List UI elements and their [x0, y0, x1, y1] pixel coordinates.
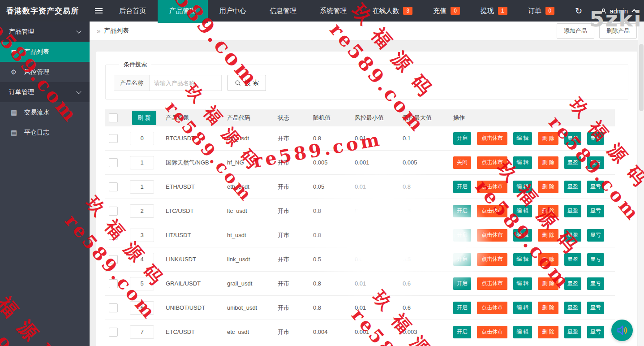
show-profit-button[interactable]: 显盈 [564, 205, 581, 217]
delete-button[interactable]: 删 除 [538, 326, 558, 338]
toggle-market-button[interactable]: 开启 [453, 253, 471, 266]
edit-button[interactable]: 编 辑 [513, 229, 532, 242]
show-loss-button[interactable]: 显亏 [587, 326, 604, 338]
show-profit-button[interactable]: 显盈 [564, 326, 581, 338]
halt-market-button[interactable]: 点击休市 [477, 181, 507, 193]
risk-max-value: 0.003 [403, 329, 453, 335]
row-checkbox[interactable] [109, 231, 118, 240]
halt-market-button[interactable]: 点击休市 [477, 277, 507, 290]
show-profit-button[interactable]: 显盈 [564, 302, 581, 314]
toggle-market-button[interactable]: 开启 [453, 229, 471, 242]
edit-button[interactable]: 编 辑 [513, 156, 532, 169]
product-title: BTC/USDT [166, 135, 227, 142]
withdraw-stat[interactable]: 提现 1 [481, 7, 507, 15]
row-checkbox[interactable] [109, 134, 118, 143]
scrollbar[interactable] [638, 22, 644, 346]
delete-button[interactable]: 删 除 [538, 229, 558, 242]
table-refresh-button[interactable]: 刷 新 [132, 111, 156, 125]
show-profit-button[interactable]: 显盈 [564, 277, 581, 290]
toggle-market-button[interactable]: 开启 [453, 132, 471, 145]
toggle-market-button[interactable]: 开启 [453, 181, 471, 193]
sort-order-input[interactable] [130, 132, 154, 145]
search-button[interactable]: 搜 索 [228, 75, 266, 91]
halt-market-button[interactable]: 点击休市 [477, 253, 507, 266]
show-profit-button[interactable]: 显盈 [564, 181, 581, 193]
show-profit-button[interactable]: 显盈 [564, 156, 581, 169]
show-loss-button[interactable]: 显亏 [587, 205, 604, 217]
sidebar-item-close-log[interactable]: ▤ 平仓日志 [0, 122, 90, 143]
sort-order-input[interactable] [130, 277, 154, 290]
edit-button[interactable]: 编 辑 [513, 181, 532, 193]
sort-order-input[interactable] [130, 301, 154, 315]
sidebar-item-trade-flow[interactable]: ▤ 交易流水 [0, 102, 90, 122]
add-product-button[interactable]: 添加产品 [557, 23, 594, 39]
edit-button[interactable]: 编 辑 [513, 302, 532, 314]
delete-button[interactable]: 删 除 [538, 253, 558, 266]
toggle-market-button[interactable]: 开启 [453, 326, 471, 338]
row-checkbox[interactable] [109, 279, 118, 288]
row-checkbox[interactable] [109, 328, 118, 337]
tab-home[interactable]: 后台首页 [107, 0, 158, 22]
toggle-market-button[interactable]: 开启 [453, 302, 471, 314]
sidebar-group-product-management[interactable]: 产品管理 [0, 22, 90, 42]
halt-market-button[interactable]: 点击休市 [477, 156, 507, 169]
sidebar-item-product-list[interactable]: ≣ 产品列表 [0, 42, 90, 62]
show-profit-button[interactable]: 显盈 [564, 253, 581, 266]
tab-product-management[interactable]: 产品管理 [158, 0, 208, 23]
row-checkbox[interactable] [109, 182, 118, 191]
edit-button[interactable]: 编 辑 [513, 253, 532, 266]
sidebar-group-order-management[interactable]: 订单管理 [0, 82, 90, 102]
show-loss-button[interactable]: 显亏 [587, 132, 604, 145]
delete-button[interactable]: 删 除 [538, 277, 558, 290]
row-checkbox[interactable] [109, 303, 118, 312]
delete-button[interactable]: 删 除 [538, 205, 558, 217]
halt-market-button[interactable]: 点击休市 [477, 132, 507, 145]
halt-market-button[interactable]: 点击休市 [477, 229, 507, 242]
delete-button[interactable]: 删 除 [538, 302, 558, 314]
halt-market-button[interactable]: 点击休市 [477, 205, 507, 217]
row-checkbox[interactable] [109, 255, 118, 264]
show-loss-button[interactable]: 显亏 [587, 302, 604, 314]
toggle-market-button[interactable]: 关闭 [453, 156, 471, 169]
online-users-stat[interactable]: 在线人数 3 [372, 7, 412, 15]
sort-order-input[interactable] [130, 253, 154, 266]
sort-order-input[interactable] [130, 204, 154, 218]
show-loss-button[interactable]: 显亏 [587, 181, 604, 193]
toggle-market-button[interactable]: 开启 [453, 277, 471, 290]
tab-info-management[interactable]: 信息管理 [258, 0, 308, 22]
show-loss-button[interactable]: 显亏 [587, 229, 604, 242]
edit-button[interactable]: 编 辑 [513, 277, 532, 290]
sidebar-item-risk-management[interactable]: ⚙ 风控管理 [0, 62, 90, 82]
sort-order-input[interactable] [130, 229, 154, 242]
orders-stat[interactable]: 订单 0 [528, 7, 555, 15]
product-title: ETH/USDT [166, 183, 227, 190]
edit-button[interactable]: 编 辑 [513, 205, 532, 217]
show-profit-button[interactable]: 显盈 [564, 229, 581, 242]
tab-user-center[interactable]: 用户中心 [208, 0, 258, 22]
sort-order-input[interactable] [130, 180, 154, 194]
edit-button[interactable]: 编 辑 [513, 132, 532, 145]
product-name-input[interactable] [149, 75, 222, 91]
halt-market-button[interactable]: 点击休市 [477, 302, 507, 314]
delete-button[interactable]: 删 除 [538, 132, 558, 145]
select-all-checkbox[interactable] [109, 113, 118, 122]
halt-market-button[interactable]: 点击休市 [477, 326, 507, 338]
sort-order-input[interactable] [130, 325, 154, 339]
tab-system-management[interactable]: 系统管理 [308, 0, 358, 22]
edit-button[interactable]: 编 辑 [513, 326, 532, 338]
row-checkbox[interactable] [109, 207, 118, 216]
refresh-icon[interactable]: ↻ [575, 6, 582, 16]
recharge-stat[interactable]: 充值 0 [433, 7, 460, 15]
show-loss-button[interactable]: 显亏 [587, 156, 604, 169]
sort-order-input[interactable] [130, 156, 154, 169]
row-checkbox[interactable] [109, 158, 118, 167]
show-loss-button[interactable]: 显亏 [587, 253, 604, 266]
toggle-market-button[interactable]: 开启 [453, 205, 471, 217]
show-profit-button[interactable]: 显盈 [564, 132, 581, 145]
delete-button[interactable]: 删 除 [538, 156, 558, 169]
show-loss-button[interactable]: 显亏 [587, 277, 604, 290]
menu-toggle-icon[interactable] [90, 0, 107, 22]
delete-button[interactable]: 删 除 [538, 181, 558, 193]
scrollbar-thumb[interactable] [639, 44, 644, 111]
audio-float-button[interactable] [611, 320, 633, 341]
